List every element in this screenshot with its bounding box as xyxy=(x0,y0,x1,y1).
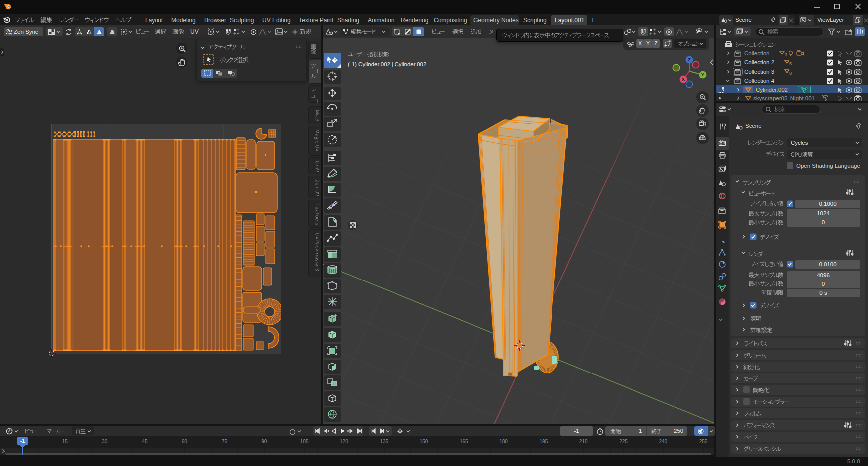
svg-text:Z: Z xyxy=(688,57,691,62)
svg-text:X: X xyxy=(682,76,685,82)
svg-text:Y: Y xyxy=(701,72,705,77)
